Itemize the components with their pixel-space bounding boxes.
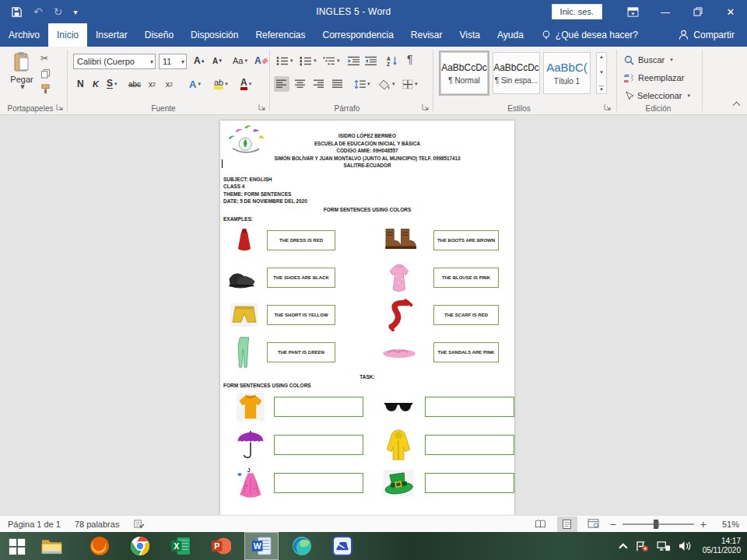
zoom-out-button[interactable]: − <box>610 518 616 530</box>
bold-button[interactable]: N <box>75 76 86 92</box>
save-icon[interactable] <box>11 6 23 18</box>
highlight-color-button[interactable]: ab▾ <box>212 76 230 92</box>
show-marks-button[interactable]: ¶ <box>405 51 416 67</box>
tab-referencias[interactable]: Referencias <box>247 23 314 47</box>
font-size-combo[interactable]: 11▾ <box>159 54 187 69</box>
underline-button[interactable]: S▾ <box>104 76 120 92</box>
multilevel-list-button[interactable]: ▾ <box>321 53 342 68</box>
paste-button[interactable]: Pegar ▼ <box>6 51 37 90</box>
file-explorer-button[interactable] <box>34 532 68 560</box>
shrink-font-button[interactable]: A▼ <box>210 53 225 68</box>
print-layout-button[interactable] <box>557 516 577 532</box>
web-layout-button[interactable] <box>584 516 604 532</box>
page-count[interactable]: Página 1 de 1 <box>8 520 61 529</box>
undo-icon[interactable]: ↶ <box>33 5 43 18</box>
answer-box[interactable] <box>425 435 514 455</box>
ribbon-display-options-icon[interactable] <box>616 0 649 23</box>
superscript-button[interactable]: x2 <box>163 76 175 92</box>
styles-scroll-down-icon[interactable]: ▼ <box>599 70 604 75</box>
text-effects-button[interactable]: A▾ <box>187 76 203 92</box>
close-button[interactable]: ✕ <box>714 0 747 23</box>
italic-button[interactable]: K <box>90 76 101 92</box>
excel-button[interactable]: X <box>163 532 198 560</box>
restore-button[interactable] <box>682 0 714 23</box>
zoom-level[interactable]: 51% <box>713 520 739 529</box>
tell-me-box[interactable]: ¿Qué desea hacer? <box>532 23 647 47</box>
font-color-button[interactable]: A▾ <box>238 76 254 92</box>
subscript-button[interactable]: x2 <box>146 76 158 92</box>
word-count[interactable]: 78 palabras <box>75 520 120 529</box>
format-painter-button[interactable] <box>40 84 51 96</box>
styles-dialog-launcher-icon[interactable] <box>604 103 612 112</box>
read-mode-button[interactable] <box>531 516 551 532</box>
cut-button[interactable]: ✂ <box>40 53 48 64</box>
increase-indent-button[interactable] <box>363 53 379 68</box>
sign-in-button[interactable]: Inic. ses. <box>552 4 602 19</box>
customize-quick-access-icon[interactable]: ▾ <box>73 8 77 16</box>
sentence-box[interactable]: THE BLOUSE IS PINK <box>433 268 499 288</box>
tab-ayuda[interactable]: Ayuda <box>489 23 532 47</box>
tab-vista[interactable]: Vista <box>451 23 489 47</box>
zoom-slider[interactable] <box>622 523 694 525</box>
answer-box[interactable] <box>274 397 363 417</box>
change-case-button[interactable]: Aa▾ <box>230 53 250 68</box>
minimize-button[interactable]: — <box>649 0 682 23</box>
align-right-button[interactable] <box>311 76 327 92</box>
sentence-box[interactable]: THE BOOTS ARE BROWN <box>433 230 499 250</box>
tab-diseno[interactable]: Diseño <box>136 23 182 47</box>
find-button[interactable]: Buscar▾ <box>624 52 673 68</box>
justify-button[interactable] <box>330 76 345 92</box>
bullets-button[interactable]: ▾ <box>274 53 296 68</box>
paragraph-dialog-launcher-icon[interactable] <box>422 103 430 112</box>
tab-revisar[interactable]: Revisar <box>402 23 451 47</box>
clipboard-dialog-launcher-icon[interactable] <box>56 103 65 112</box>
sentence-box[interactable]: THE SHORT IS YELLOW <box>267 305 335 325</box>
scanner-app-button[interactable] <box>325 532 359 560</box>
tab-insertar[interactable]: Insertar <box>87 23 136 47</box>
answer-box[interactable] <box>274 473 363 493</box>
chrome-button[interactable] <box>123 532 157 560</box>
borders-button[interactable]: ▾ <box>400 76 420 92</box>
sort-button[interactable]: AZ <box>384 53 401 68</box>
tray-expand-icon[interactable] <box>619 543 627 551</box>
style-normal[interactable]: AaBbCcDc ¶ Normal <box>440 52 488 94</box>
align-left-button[interactable] <box>274 76 289 92</box>
powerpoint-button[interactable]: P <box>204 532 238 560</box>
clear-formatting-button[interactable]: A <box>252 53 270 68</box>
proofing-icon[interactable] <box>133 519 145 530</box>
sentence-box[interactable]: THE SCARF IS RED <box>433 305 499 325</box>
action-center-flag-icon[interactable] <box>636 541 649 552</box>
tab-archivo[interactable]: Archivo <box>0 23 48 47</box>
sentence-box[interactable]: THE SANDALS ARE PINK <box>433 342 499 362</box>
styles-gallery-scroll[interactable]: ▲ ▼ ▼ <box>596 52 607 94</box>
styles-more-icon[interactable]: ▼ <box>599 86 604 92</box>
document-page[interactable]: ISIDRO LÓPEZ BERMEO ESCUELA DE EDUCACIÓN… <box>220 121 514 515</box>
share-button[interactable]: Compartir <box>666 23 747 47</box>
tab-correspondencia[interactable]: Correspondencia <box>314 23 402 47</box>
edge-button[interactable] <box>285 532 319 560</box>
taskbar-clock[interactable]: 14:17 05/11/2020 <box>700 537 741 555</box>
sentence-box[interactable]: THE SHOES ARE BLACK <box>267 268 335 288</box>
zoom-slider-handle[interactable] <box>654 520 658 529</box>
redo-icon[interactable]: ↻ <box>54 5 63 18</box>
numbering-button[interactable]: ▾ <box>297 53 319 68</box>
replace-button[interactable]: abac Reemplazar <box>624 70 684 86</box>
styles-scroll-up-icon[interactable]: ▲ <box>599 54 604 59</box>
firefox-button[interactable] <box>82 532 117 560</box>
select-button[interactable]: Seleccionar▾ <box>624 88 690 103</box>
start-button[interactable] <box>0 532 34 560</box>
collapse-ribbon-button[interactable] <box>734 100 739 110</box>
font-dialog-launcher-icon[interactable] <box>258 103 267 112</box>
tab-inicio[interactable]: Inicio <box>48 23 87 47</box>
tab-disposicion[interactable]: Disposición <box>182 23 247 47</box>
answer-box[interactable] <box>425 397 514 417</box>
font-name-combo[interactable]: Calibri (Cuerpo▾ <box>73 54 156 69</box>
answer-box[interactable] <box>274 435 363 455</box>
zoom-in-button[interactable]: + <box>700 518 707 530</box>
strikethrough-button[interactable]: abc <box>126 76 143 92</box>
style-sin-espaciado[interactable]: AaBbCcDc ¶ Sin espa... <box>493 52 540 94</box>
answer-box[interactable] <box>425 473 514 493</box>
shading-button[interactable]: ▾ <box>377 76 398 92</box>
grow-font-button[interactable]: A▲ <box>191 53 208 68</box>
style-titulo-1[interactable]: AaBbC( Título 1 <box>543 52 591 94</box>
